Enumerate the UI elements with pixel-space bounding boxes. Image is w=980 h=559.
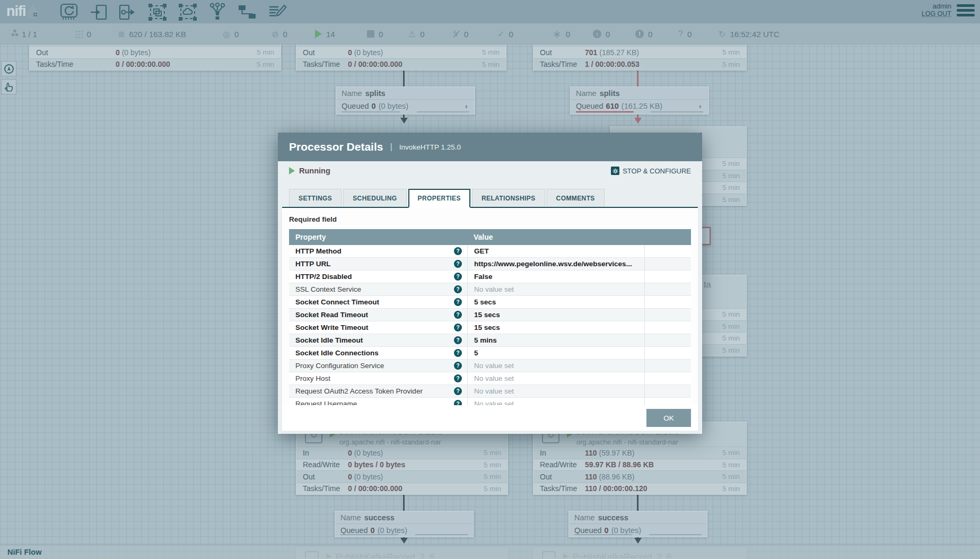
properties-panel: Required field Property Value HTTP Metho… bbox=[282, 207, 698, 431]
help-icon[interactable]: ? bbox=[454, 247, 462, 255]
tab-properties[interactable]: PROPERTIES bbox=[408, 189, 470, 208]
threads-icon bbox=[75, 31, 77, 33]
processor-bundle: org.apache.nifi - nifi-standard-nar bbox=[576, 438, 680, 446]
help-icon[interactable]: ? bbox=[454, 387, 462, 395]
flow-status-bar: 1 / 1 0 ≣620 / 163.82 KB ◎0 ⊘0 14 0 ⚠0 ϟ… bbox=[0, 23, 980, 45]
tab-comments[interactable]: COMMENTS bbox=[547, 189, 605, 207]
queue-size-bar bbox=[576, 111, 634, 113]
locally-modified-stale-status: !0 bbox=[635, 23, 652, 45]
stat-label: Tasks/Time bbox=[36, 60, 116, 68]
nifi-logo: nifi bbox=[6, 2, 40, 20]
help-icon[interactable]: ? bbox=[454, 400, 462, 405]
not-transmitting-icon: ⊘ bbox=[272, 29, 278, 39]
logout-link[interactable]: LOG OUT bbox=[922, 10, 951, 18]
table-row: Socket Write Timeout?15 secs bbox=[289, 321, 691, 334]
connection-label-splits-right[interactable]: Namesplits Queued610(161.25 KB)◐ bbox=[570, 86, 709, 115]
invalid-status: ⚠0 bbox=[408, 23, 425, 45]
ok-button[interactable]: OK bbox=[646, 409, 691, 427]
active-threads-status: 0 bbox=[75, 23, 91, 45]
invalid-icon: ⚠ bbox=[408, 29, 416, 39]
table-row: HTTP/2 Disabled?False bbox=[289, 270, 691, 283]
stale-status: ↑0 bbox=[593, 23, 610, 45]
queue-size-bar bbox=[340, 534, 398, 536]
help-icon[interactable]: ? bbox=[454, 336, 462, 344]
help-icon[interactable]: ? bbox=[454, 311, 462, 319]
global-menu-button[interactable] bbox=[957, 4, 975, 19]
cluster-icon bbox=[12, 33, 14, 36]
template-palette-icon[interactable] bbox=[238, 3, 257, 21]
sync-failure-status: ?0 bbox=[678, 23, 692, 45]
navigate-button[interactable] bbox=[1, 61, 16, 76]
processor-bundle: org.apache.nifi - nifi-standard-nar bbox=[339, 438, 443, 446]
navigate-icon bbox=[3, 63, 15, 75]
nifi-app: Out0 (0 bytes)5 min Tasks/Time0 / 00:00:… bbox=[0, 0, 980, 559]
connection-arrow-icon bbox=[400, 118, 408, 124]
table-row: Request OAuth2 Access Token Provider?No … bbox=[289, 385, 691, 398]
help-icon[interactable]: ? bbox=[454, 273, 462, 281]
processor-details-dialog: Processor Details | InvokeHTTP 1.25.0 Ru… bbox=[278, 133, 702, 434]
cluster-status: 1 / 1 bbox=[12, 23, 37, 45]
connection-label-splits-left[interactable]: Namesplits Queued0(0 bytes)◐ bbox=[336, 86, 475, 115]
tab-relationships[interactable]: RELATIONSHIPS bbox=[472, 189, 545, 207]
column-property: Property bbox=[289, 233, 467, 241]
remote-process-group-palette-icon[interactable] bbox=[178, 3, 197, 21]
stop-and-configure-button[interactable]: STOP & CONFIGURE bbox=[611, 167, 691, 175]
user-block: admin LOG OUT bbox=[922, 2, 951, 18]
help-icon[interactable]: ? bbox=[454, 298, 462, 306]
input-port-palette-icon[interactable] bbox=[90, 4, 108, 21]
help-icon[interactable]: ? bbox=[454, 285, 462, 293]
running-status: 14 bbox=[315, 23, 335, 45]
help-icon[interactable]: ? bbox=[454, 260, 462, 268]
pan-button[interactable] bbox=[1, 79, 16, 94]
table-row: Socket Read Timeout?15 secs bbox=[289, 309, 691, 321]
processor-type: InvokeHTTP 1.25.0 bbox=[399, 143, 461, 151]
table-row: HTTP URL?https://www.pegelonline.wsv.de/… bbox=[289, 258, 691, 270]
disabled-status: ϟ0 bbox=[453, 23, 468, 45]
load-balance-icon: ◐ bbox=[465, 102, 469, 110]
dialog-title: Processor Details bbox=[289, 141, 383, 153]
dialog-body: SETTINGS SCHEDULING PROPERTIES RELATIONS… bbox=[278, 180, 702, 434]
funnel-palette-icon[interactable] bbox=[208, 3, 226, 22]
nifi-drop-icon bbox=[26, 2, 40, 20]
table-row: Request Username?No value set bbox=[289, 398, 691, 405]
output-port-palette-icon[interactable] bbox=[119, 4, 137, 21]
title-divider: | bbox=[390, 142, 392, 152]
properties-table-header: Property Value bbox=[289, 229, 691, 245]
transmitting-status: ◎0 bbox=[223, 23, 239, 45]
running-icon bbox=[315, 30, 322, 38]
queue-size-bar bbox=[574, 534, 632, 536]
transmitting-icon: ◎ bbox=[223, 29, 230, 39]
table-row: Socket Idle Timeout?5 mins bbox=[289, 334, 691, 347]
process-group-palette-icon[interactable] bbox=[148, 3, 167, 21]
not-transmitting-status: ⊘0 bbox=[272, 23, 287, 45]
processor-palette-icon[interactable] bbox=[59, 3, 78, 21]
help-icon[interactable]: ? bbox=[454, 362, 462, 370]
locally-modified-stale-icon: ! bbox=[635, 30, 644, 38]
label-palette-icon[interactable] bbox=[268, 3, 287, 21]
refresh-icon[interactable]: ↻ bbox=[719, 29, 725, 39]
queue-data-bar bbox=[415, 534, 468, 536]
breadcrumb[interactable]: NiFi Flow bbox=[7, 548, 41, 556]
sync-failure-icon: ? bbox=[678, 29, 683, 39]
component-palette bbox=[59, 3, 287, 22]
dialog-tabs: SETTINGS SCHEDULING PROPERTIES RELATIONS… bbox=[282, 189, 698, 208]
dialog-footer: OK bbox=[282, 405, 698, 431]
hand-icon bbox=[3, 81, 15, 93]
queue-size-bar bbox=[342, 111, 400, 113]
disabled-icon: ϟ bbox=[453, 29, 460, 39]
tab-scheduling[interactable]: SCHEDULING bbox=[343, 189, 406, 207]
help-icon[interactable]: ? bbox=[454, 324, 462, 331]
tab-settings[interactable]: SETTINGS bbox=[289, 189, 342, 207]
required-field-note: Required field bbox=[289, 215, 691, 223]
gear-icon bbox=[611, 167, 619, 175]
connection-label-success-left[interactable]: Namesuccess Queued0(0 bytes) bbox=[335, 511, 474, 537]
dialog-header: Processor Details | InvokeHTTP 1.25.0 bbox=[278, 133, 702, 161]
help-icon[interactable]: ? bbox=[454, 374, 462, 382]
properties-table-body[interactable]: HTTP Method?GET HTTP URL?https://www.peg… bbox=[289, 245, 691, 405]
connection-arrow-icon bbox=[634, 538, 642, 544]
locally-modified-icon: ∗ bbox=[553, 28, 562, 40]
last-refresh: ↻16:52:42 UTC bbox=[719, 23, 780, 45]
connection-arrow-icon bbox=[634, 118, 642, 124]
connection-label-success-right[interactable]: Namesuccess Queued0(0 bytes) bbox=[568, 511, 707, 537]
help-icon[interactable]: ? bbox=[454, 349, 462, 357]
